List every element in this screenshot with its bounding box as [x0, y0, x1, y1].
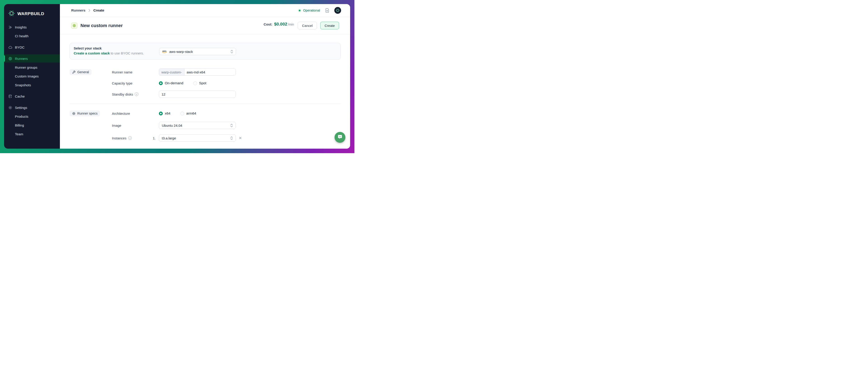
chip-icon [8, 57, 13, 61]
sidebar-item-label: Billing [15, 123, 24, 127]
radio-x64-label[interactable]: x64 [165, 111, 170, 115]
create-custom-stack-link[interactable]: Create a custom stack [74, 51, 110, 55]
sidebar-item-label: Insights [15, 25, 27, 29]
image-select[interactable]: Ubuntu 24.04 [159, 122, 236, 129]
radio-on-demand[interactable] [159, 81, 163, 85]
sidebar-item-label: Custom Images [15, 74, 39, 78]
runner-name-input[interactable] [184, 69, 236, 75]
cancel-button[interactable]: Cancel [298, 22, 317, 29]
sidebar-item-label: CI health [15, 34, 29, 38]
sidebar-item-label: Snapshots [15, 83, 31, 87]
stack-select[interactable]: aws aws-warp-stack [159, 48, 236, 55]
breadcrumb-create: Create [93, 8, 104, 12]
docs-icon[interactable] [325, 8, 329, 13]
sidebar: WARPBUILD Insights CI health [4, 4, 60, 149]
cloud-icon [8, 45, 13, 49]
sidebar-item-label: Runner groups [15, 66, 37, 69]
sidebar-item-runner-groups[interactable]: Runner groups [4, 63, 60, 71]
breadcrumb-runners[interactable]: Runners [71, 8, 86, 12]
sidebar-item-snapshots[interactable]: Snapshots [4, 81, 60, 89]
main-area: Runners Create Operational [60, 4, 350, 149]
chevron-right-icon [88, 9, 90, 12]
capacity-type-label: Capacity type [112, 81, 132, 85]
instance-index: 1. [153, 136, 156, 140]
status-label: Operational [303, 9, 320, 12]
runner-name-label: Runner name [112, 70, 132, 74]
image-select-value: Ubuntu 24.04 [162, 124, 182, 127]
radio-spot[interactable] [193, 81, 197, 85]
section-divider [70, 104, 341, 104]
sidebar-item-products[interactable]: Products [4, 112, 60, 121]
topbar: Runners Create Operational [60, 4, 350, 17]
sidebar-item-insights[interactable]: Insights [4, 23, 60, 31]
breadcrumb: Runners Create [71, 8, 104, 12]
sidebar-item-label: Settings [15, 106, 27, 109]
page-header: New custom runner Cost: $0.002 /min Canc… [60, 17, 350, 34]
chat-bubble-icon [337, 134, 343, 140]
database-bolt-icon [8, 94, 13, 99]
create-button[interactable]: Create [320, 22, 339, 29]
runner-form: General Runner name warp-custom- [70, 68, 341, 142]
sidebar-item-team[interactable]: Team [4, 130, 60, 138]
select-chevrons-icon [230, 124, 233, 127]
gear-icon [8, 105, 13, 110]
radio-on-demand-label[interactable]: On-demand [165, 81, 183, 85]
page-title: New custom runner [81, 23, 123, 28]
avatar[interactable] [334, 7, 341, 14]
general-section-badge: General [70, 69, 92, 75]
instances-row: Instances i 1. t3.a.large ✕ [70, 134, 341, 142]
radio-arm64[interactable] [180, 112, 184, 115]
info-icon[interactable]: i [128, 136, 132, 140]
architecture-row: Runner specs Architecture x64 arm64 [70, 110, 341, 116]
sidebar-item-label: Products [15, 114, 28, 118]
header-actions: Cost: $0.002 /min Cancel Create [264, 22, 339, 29]
stack-panel-suffix: to use BYOC runners. [110, 51, 144, 55]
runner-specs-section-label: Runner specs [77, 112, 97, 115]
cost-label: Cost: [264, 22, 272, 26]
brand[interactable]: WARPBUILD [4, 4, 60, 18]
runner-chip-icon [71, 23, 77, 29]
select-chevrons-icon [230, 136, 233, 140]
runner-name-row: General Runner name warp-custom- [70, 68, 341, 76]
sidebar-item-label: BYOC [15, 45, 25, 49]
sidebar-item-label: Cache [15, 95, 25, 98]
cost-value: $0.002 [274, 22, 287, 27]
runner-name-prefix: warp-custom- [159, 69, 184, 75]
sidebar-item-billing[interactable]: Billing [4, 121, 60, 129]
instances-label: Instances [112, 136, 126, 140]
radio-x64[interactable] [159, 112, 163, 115]
info-icon[interactable]: i [135, 92, 138, 96]
runner-name-input-group: warp-custom- [159, 68, 236, 76]
architecture-label: Architecture [112, 112, 130, 115]
select-chevrons-icon [230, 50, 233, 54]
stack-panel: Select your stack Create a custom stack … [70, 43, 341, 60]
sidebar-nav: Insights CI health BYOC [4, 23, 60, 138]
instance-type-select[interactable]: t3.a.large [159, 134, 236, 142]
radio-arm64-label[interactable]: arm64 [186, 111, 196, 115]
standby-disks-input[interactable] [159, 91, 236, 98]
sidebar-item-custom-images[interactable]: Custom Images [4, 72, 60, 80]
sparkles-icon [8, 25, 13, 29]
sidebar-item-label: Runners [15, 57, 28, 61]
sidebar-item-cache[interactable]: Cache [4, 92, 60, 100]
chat-widget-button[interactable] [335, 132, 345, 143]
status-dot-icon [298, 9, 301, 12]
desktop-background: WARPBUILD Insights CI health [0, 0, 354, 153]
app-window: WARPBUILD Insights CI health [4, 4, 350, 149]
remove-instance-icon[interactable]: ✕ [239, 136, 242, 140]
radio-spot-label[interactable]: Spot [199, 81, 206, 85]
standby-disks-row: Standby disks i [70, 91, 341, 98]
warpbuild-logo-icon [8, 10, 15, 18]
capacity-type-row: Capacity type On-demand Spot [70, 81, 341, 85]
sidebar-item-ci-health[interactable]: CI health [4, 32, 60, 40]
svg-text:aws: aws [162, 50, 166, 52]
brand-name: WARPBUILD [18, 11, 44, 16]
sidebar-item-runners[interactable]: Runners [4, 55, 60, 63]
general-section-label: General [77, 70, 89, 74]
standby-disks-label: Standby disks [112, 92, 133, 96]
status-badge[interactable]: Operational [298, 9, 320, 12]
chip-icon [72, 112, 75, 115]
sidebar-item-settings[interactable]: Settings [4, 103, 60, 112]
sidebar-item-byoc[interactable]: BYOC [4, 43, 60, 51]
stack-select-value: aws-warp-stack [169, 50, 193, 54]
